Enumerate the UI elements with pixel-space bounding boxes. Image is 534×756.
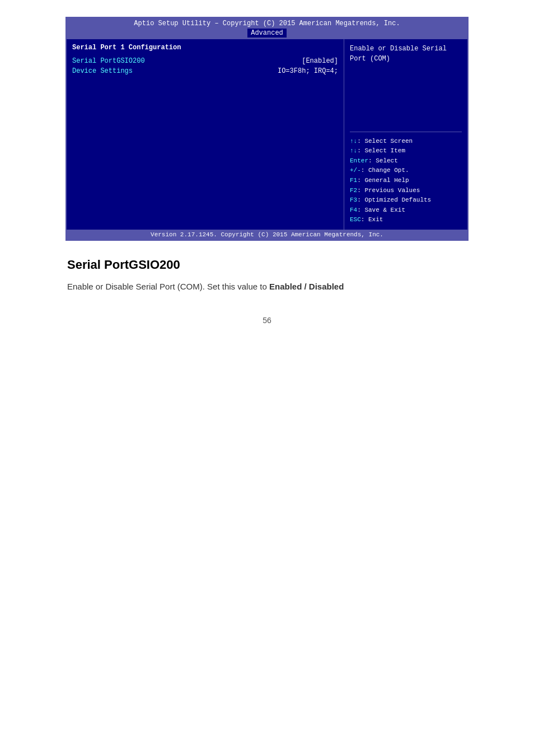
bios-titlebar: Aptio Setup Utility – Copyright (C) 2015… — [67, 18, 467, 39]
description-section: Serial PortGSIO200 Enable or Disable Ser… — [34, 258, 500, 293]
bios-footer-text: Version 2.17.1245. Copyright (C) 2015 Am… — [151, 231, 383, 238]
bios-tab-advanced[interactable]: Advanced — [247, 29, 287, 38]
bios-left-panel: Serial Port 1 Configuration Serial PortG… — [67, 39, 344, 230]
description-title: Serial PortGSIO200 — [67, 258, 467, 272]
key-change-opt: +/-: Change Opt. — [350, 166, 462, 176]
bios-right-panel: Enable or Disable Serial Port (COM) ↑↓: … — [344, 39, 467, 230]
bios-title-text: Aptio Setup Utility – Copyright (C) 2015… — [134, 20, 400, 27]
description-text: Enable or Disable Serial Port (COM). Set… — [67, 280, 467, 293]
page-number: 56 — [34, 316, 500, 325]
bios-device-settings-row: Device Settings IO=3F8h; IRQ=4; — [72, 67, 338, 75]
key-f1: F1: General Help — [350, 176, 462, 186]
bios-footer: Version 2.17.1245. Copyright (C) 2015 Am… — [67, 230, 467, 240]
key-enter-select: Enter: Select — [350, 156, 462, 166]
key-f2: F2: Previous Values — [350, 186, 462, 196]
key-select-screen: ↑↓: Select Screen — [350, 137, 462, 147]
bios-divider — [350, 132, 462, 132]
key-f4: F4: Save & Exit — [350, 206, 462, 216]
bios-main-content: Serial Port 1 Configuration Serial PortG… — [67, 39, 467, 230]
bios-key-list: ↑↓: Select Screen ↑↓: Select Item Enter:… — [350, 137, 462, 225]
bios-serial-port-value: [Enabled] — [302, 57, 338, 65]
bios-screen: Aptio Setup Utility – Copyright (C) 2015… — [65, 17, 469, 241]
description-text-before: Enable or Disable Serial Port (COM). Set… — [67, 282, 269, 291]
key-select-item: ↑↓: Select Item — [350, 146, 462, 156]
key-esc: ESC: Exit — [350, 215, 462, 225]
bios-help-text: Enable or Disable Serial Port (COM) — [350, 44, 462, 127]
bios-device-settings-value: IO=3F8h; IRQ=4; — [278, 67, 338, 75]
bios-device-settings-label: Device Settings — [72, 67, 133, 75]
key-f3: F3: Optimized Defaults — [350, 195, 462, 206]
description-text-bold: Enabled / Disabled — [269, 282, 344, 291]
bios-section-title: Serial Port 1 Configuration — [72, 44, 338, 52]
bios-serial-port-label: Serial PortGSIO200 — [72, 57, 145, 65]
bios-serial-port-row[interactable]: Serial PortGSIO200 [Enabled] — [72, 57, 338, 65]
